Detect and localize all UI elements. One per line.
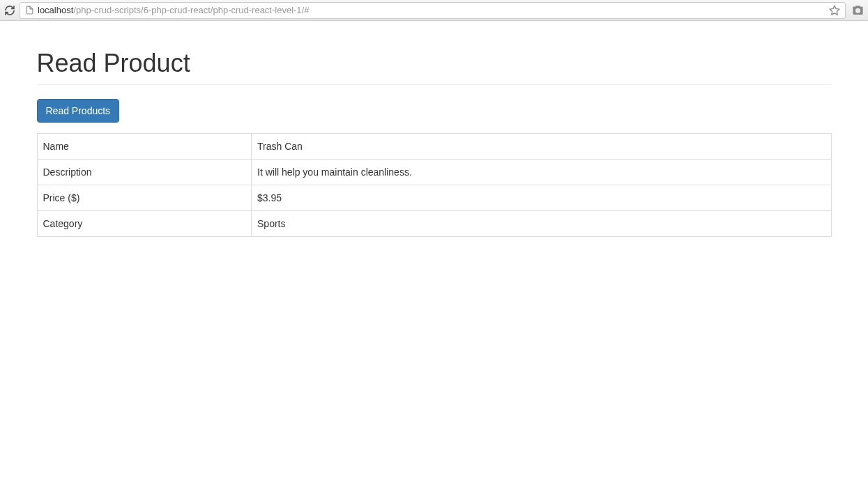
row-label: Category [37, 211, 252, 237]
main-container: Read Product Read Products Name Trash Ca… [26, 21, 842, 237]
url-host: localhost [38, 5, 73, 15]
svg-point-1 [856, 9, 859, 12]
row-value: $3.95 [252, 185, 831, 211]
file-icon [24, 6, 34, 15]
star-icon[interactable] [828, 4, 841, 17]
read-products-button[interactable]: Read Products [37, 99, 120, 123]
browser-chrome: localhost/php-crud-scripts/6-php-crud-re… [0, 0, 868, 21]
row-value: Trash Can [252, 134, 831, 160]
table-row: Description It will help you maintain cl… [37, 160, 831, 185]
row-label: Description [37, 160, 252, 185]
address-bar[interactable]: localhost/php-crud-scripts/6-php-crud-re… [20, 2, 846, 19]
row-value: It will help you maintain cleanliness. [252, 160, 831, 185]
svg-marker-0 [830, 6, 839, 15]
row-value: Sports [252, 211, 831, 237]
page-title: Read Product [37, 49, 832, 78]
product-table: Name Trash Can Description It will help … [37, 133, 832, 237]
row-label: Name [37, 134, 252, 160]
page-header: Read Product [37, 21, 832, 85]
row-label: Price ($) [37, 185, 252, 211]
url-text: localhost/php-crud-scripts/6-php-crud-re… [38, 5, 825, 15]
table-row: Price ($) $3.95 [37, 185, 831, 211]
table-row: Category Sports [37, 211, 831, 237]
reload-icon[interactable] [4, 5, 15, 16]
url-path: /php-crud-scripts/6-php-crud-react/php-c… [73, 5, 309, 15]
camera-icon[interactable] [851, 4, 864, 17]
table-row: Name Trash Can [37, 134, 831, 160]
